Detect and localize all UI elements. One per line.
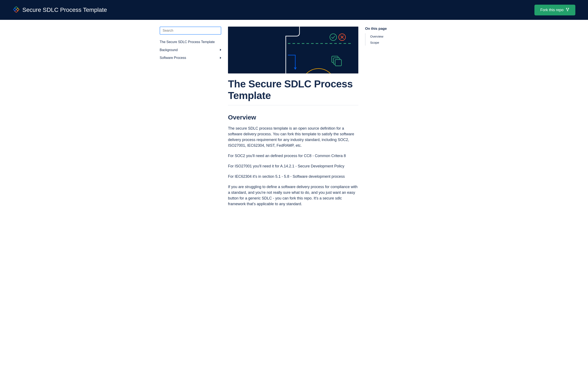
brand-title: Secure SDLC Process Template bbox=[22, 7, 107, 13]
divider bbox=[228, 105, 358, 105]
otp-item-overview[interactable]: Overview bbox=[365, 33, 428, 40]
section-heading-overview: Overview bbox=[228, 114, 358, 121]
fork-button-label: Fork this repo bbox=[540, 8, 564, 12]
body-paragraph: For SOC2 you'll need an defined process … bbox=[228, 153, 358, 159]
hero-banner bbox=[228, 27, 358, 73]
otp-item-label: Scope bbox=[370, 41, 379, 44]
sidebar-right: On this page Overview Scope bbox=[365, 27, 428, 212]
sidebar-item-secure-sdlc-template[interactable]: The Secure SDLC Process Template bbox=[160, 38, 221, 46]
brand: Secure SDLC Process Template bbox=[13, 6, 107, 14]
body-paragraph: If you are struggling to define a softwa… bbox=[228, 184, 358, 207]
fork-icon bbox=[566, 8, 569, 12]
svg-rect-3 bbox=[228, 27, 358, 73]
sidebar-item-software-process[interactable]: Software Process bbox=[160, 54, 221, 62]
svg-point-1 bbox=[568, 8, 569, 9]
search-input[interactable] bbox=[160, 27, 221, 35]
sidebar-item-background[interactable]: Background bbox=[160, 46, 221, 54]
sidebar-item-label: The Secure SDLC Process Template bbox=[160, 40, 215, 44]
otp-item-scope[interactable]: Scope bbox=[365, 40, 428, 46]
svg-rect-9 bbox=[335, 60, 342, 66]
on-this-page-list: Overview Scope bbox=[365, 33, 428, 46]
body-paragraph: For ISO27001 you'll need it for A.14.2.1… bbox=[228, 164, 358, 169]
sidebar-item-label: Background bbox=[160, 48, 177, 52]
page-title: The Secure SDLC Process Template bbox=[228, 78, 358, 101]
fork-repo-button[interactable]: Fork this repo bbox=[534, 5, 575, 15]
body-paragraph: For IEC62304 it's in section 5.1 - 5.8 -… bbox=[228, 174, 358, 179]
main-content: The Secure SDLC Process Template Overvie… bbox=[228, 27, 358, 212]
sidebar-item-label: Software Process bbox=[160, 55, 186, 60]
svg-point-0 bbox=[566, 8, 567, 9]
topbar: Secure SDLC Process Template Fork this r… bbox=[0, 0, 588, 20]
sidebar-left: The Secure SDLC Process Template Backgro… bbox=[160, 27, 221, 212]
on-this-page-title: On this page bbox=[365, 27, 428, 31]
otp-item-label: Overview bbox=[370, 35, 383, 38]
svg-point-2 bbox=[567, 10, 568, 11]
logo-icon bbox=[13, 6, 20, 14]
body-paragraph: The secure SDLC process template is an o… bbox=[228, 126, 358, 148]
